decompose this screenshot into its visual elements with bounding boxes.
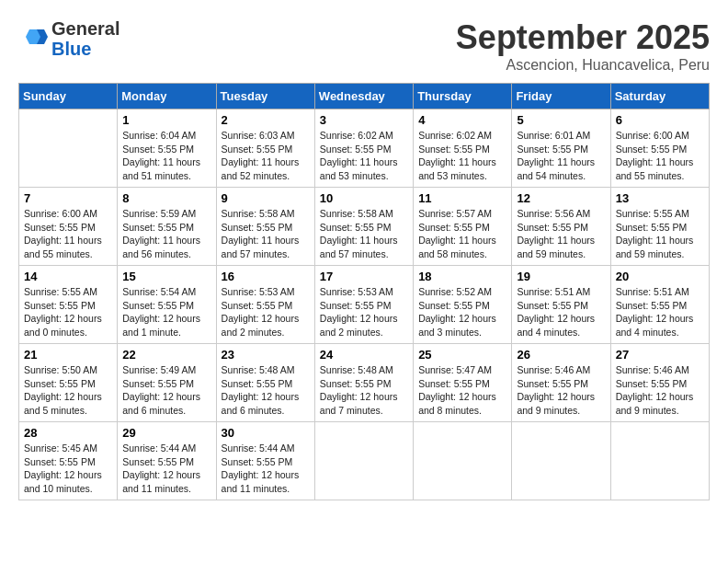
calendar-cell: 28Sunrise: 5:45 AM Sunset: 5:55 PM Dayli… [19, 422, 118, 500]
calendar-cell: 13Sunrise: 5:55 AM Sunset: 5:55 PM Dayli… [610, 188, 709, 266]
subtitle: Ascencion, Huancavelica, Peru [456, 57, 710, 74]
calendar-cell: 8Sunrise: 5:59 AM Sunset: 5:55 PM Daylig… [118, 188, 216, 266]
day-info: Sunrise: 5:48 AM Sunset: 5:55 PM Dayligh… [222, 363, 310, 418]
day-header-tuesday: Tuesday [216, 84, 314, 109]
calendar-cell: 1Sunrise: 6:04 AM Sunset: 5:55 PM Daylig… [118, 109, 216, 188]
day-number: 26 [517, 348, 605, 362]
day-header-thursday: Thursday [414, 84, 512, 109]
calendar-cell: 15Sunrise: 5:54 AM Sunset: 5:55 PM Dayli… [118, 266, 216, 344]
day-number: 23 [222, 348, 310, 362]
calendar-cell: 29Sunrise: 5:44 AM Sunset: 5:55 PM Dayli… [118, 422, 216, 500]
week-row-3: 14Sunrise: 5:55 AM Sunset: 5:55 PM Dayli… [19, 266, 710, 344]
day-info: Sunrise: 6:00 AM Sunset: 5:55 PM Dayligh… [24, 207, 112, 261]
day-number: 4 [418, 113, 506, 127]
title-area: September 2025 Ascencion, Huancavelica, … [456, 18, 710, 74]
day-info: Sunrise: 6:04 AM Sunset: 5:55 PM Dayligh… [122, 129, 210, 183]
day-number: 22 [122, 348, 210, 362]
day-info: Sunrise: 5:57 AM Sunset: 5:55 PM Dayligh… [418, 207, 506, 261]
calendar-cell: 18Sunrise: 5:52 AM Sunset: 5:55 PM Dayli… [414, 266, 512, 344]
day-info: Sunrise: 5:44 AM Sunset: 5:55 PM Dayligh… [122, 442, 210, 496]
calendar-cell: 10Sunrise: 5:58 AM Sunset: 5:55 PM Dayli… [314, 188, 413, 266]
week-row-5: 28Sunrise: 5:45 AM Sunset: 5:55 PM Dayli… [19, 422, 710, 500]
week-row-2: 7Sunrise: 6:00 AM Sunset: 5:55 PM Daylig… [19, 188, 710, 266]
day-number: 14 [24, 270, 112, 283]
day-number: 3 [320, 113, 408, 127]
calendar-cell: 17Sunrise: 5:53 AM Sunset: 5:55 PM Dayli… [314, 266, 413, 344]
day-number: 25 [418, 348, 506, 362]
day-info: Sunrise: 6:00 AM Sunset: 5:55 PM Dayligh… [616, 129, 704, 183]
calendar-cell: 20Sunrise: 5:51 AM Sunset: 5:55 PM Dayli… [610, 266, 709, 344]
calendar-cell: 19Sunrise: 5:51 AM Sunset: 5:55 PM Dayli… [512, 266, 610, 344]
header: General Blue September 2025 Ascencion, H… [18, 18, 710, 74]
calendar-body: 1Sunrise: 6:04 AM Sunset: 5:55 PM Daylig… [19, 109, 710, 500]
calendar-cell [610, 422, 709, 500]
day-number: 29 [122, 426, 210, 440]
day-number: 1 [122, 113, 210, 127]
logo: General Blue [18, 18, 119, 59]
day-number: 9 [222, 191, 310, 205]
day-info: Sunrise: 5:48 AM Sunset: 5:55 PM Dayligh… [320, 363, 408, 418]
calendar-cell: 25Sunrise: 5:47 AM Sunset: 5:55 PM Dayli… [414, 344, 512, 422]
day-info: Sunrise: 5:58 AM Sunset: 5:55 PM Dayligh… [320, 207, 408, 261]
logo-icon [18, 24, 48, 53]
calendar-cell: 21Sunrise: 5:50 AM Sunset: 5:55 PM Dayli… [19, 344, 118, 422]
day-info: Sunrise: 5:55 AM Sunset: 5:55 PM Dayligh… [616, 207, 704, 261]
day-info: Sunrise: 5:59 AM Sunset: 5:55 PM Dayligh… [122, 207, 210, 261]
day-number: 27 [616, 348, 704, 362]
day-info: Sunrise: 5:55 AM Sunset: 5:55 PM Dayligh… [24, 285, 112, 339]
day-info: Sunrise: 5:49 AM Sunset: 5:55 PM Dayligh… [122, 363, 210, 418]
calendar-cell [414, 422, 512, 500]
calendar-cell: 23Sunrise: 5:48 AM Sunset: 5:55 PM Dayli… [216, 344, 314, 422]
day-info: Sunrise: 5:53 AM Sunset: 5:55 PM Dayligh… [320, 285, 408, 339]
day-info: Sunrise: 6:02 AM Sunset: 5:55 PM Dayligh… [320, 129, 408, 183]
day-header-sunday: Sunday [19, 84, 118, 109]
week-row-4: 21Sunrise: 5:50 AM Sunset: 5:55 PM Dayli… [19, 344, 710, 422]
day-header-saturday: Saturday [610, 84, 709, 109]
day-info: Sunrise: 5:51 AM Sunset: 5:55 PM Dayligh… [517, 285, 605, 339]
day-number: 15 [122, 270, 210, 283]
day-info: Sunrise: 6:03 AM Sunset: 5:55 PM Dayligh… [222, 129, 310, 183]
day-number: 11 [418, 191, 506, 205]
day-number: 30 [222, 426, 310, 440]
day-info: Sunrise: 5:44 AM Sunset: 5:55 PM Dayligh… [222, 442, 310, 496]
day-info: Sunrise: 5:53 AM Sunset: 5:55 PM Dayligh… [222, 285, 310, 339]
calendar-cell: 2Sunrise: 6:03 AM Sunset: 5:55 PM Daylig… [216, 109, 314, 188]
calendar-cell: 5Sunrise: 6:01 AM Sunset: 5:55 PM Daylig… [512, 109, 610, 188]
day-header-row: SundayMondayTuesdayWednesdayThursdayFrid… [19, 84, 710, 109]
calendar-cell: 27Sunrise: 5:46 AM Sunset: 5:55 PM Dayli… [610, 344, 709, 422]
day-number: 21 [24, 348, 112, 362]
day-info: Sunrise: 5:46 AM Sunset: 5:55 PM Dayligh… [517, 363, 605, 418]
day-info: Sunrise: 5:54 AM Sunset: 5:55 PM Dayligh… [122, 285, 210, 339]
logo-general: General [51, 18, 119, 39]
day-number: 18 [418, 270, 506, 283]
day-number: 2 [222, 113, 310, 127]
day-header-wednesday: Wednesday [314, 84, 413, 109]
logo-blue: Blue [51, 39, 119, 59]
day-info: Sunrise: 5:51 AM Sunset: 5:55 PM Dayligh… [616, 285, 704, 339]
day-number: 7 [24, 191, 112, 205]
month-title: September 2025 [456, 18, 710, 57]
day-number: 5 [517, 113, 605, 127]
day-info: Sunrise: 5:58 AM Sunset: 5:55 PM Dayligh… [222, 207, 310, 261]
calendar-cell: 9Sunrise: 5:58 AM Sunset: 5:55 PM Daylig… [216, 188, 314, 266]
day-info: Sunrise: 5:56 AM Sunset: 5:55 PM Dayligh… [517, 207, 605, 261]
calendar-cell [314, 422, 413, 500]
day-header-friday: Friday [512, 84, 610, 109]
calendar-cell: 12Sunrise: 5:56 AM Sunset: 5:55 PM Dayli… [512, 188, 610, 266]
calendar-cell: 24Sunrise: 5:48 AM Sunset: 5:55 PM Dayli… [314, 344, 413, 422]
day-number: 12 [517, 191, 605, 205]
week-row-1: 1Sunrise: 6:04 AM Sunset: 5:55 PM Daylig… [19, 109, 710, 188]
calendar-cell [512, 422, 610, 500]
day-number: 8 [122, 191, 210, 205]
day-info: Sunrise: 5:47 AM Sunset: 5:55 PM Dayligh… [418, 363, 506, 418]
day-number: 28 [24, 426, 112, 440]
calendar-cell: 30Sunrise: 5:44 AM Sunset: 5:55 PM Dayli… [216, 422, 314, 500]
day-number: 24 [320, 348, 408, 362]
day-info: Sunrise: 6:01 AM Sunset: 5:55 PM Dayligh… [517, 129, 605, 183]
day-number: 13 [616, 191, 704, 205]
day-info: Sunrise: 5:45 AM Sunset: 5:55 PM Dayligh… [24, 442, 112, 496]
calendar-cell: 4Sunrise: 6:02 AM Sunset: 5:55 PM Daylig… [414, 109, 512, 188]
calendar-cell: 3Sunrise: 6:02 AM Sunset: 5:55 PM Daylig… [314, 109, 413, 188]
day-number: 6 [616, 113, 704, 127]
calendar-cell: 11Sunrise: 5:57 AM Sunset: 5:55 PM Dayli… [414, 188, 512, 266]
